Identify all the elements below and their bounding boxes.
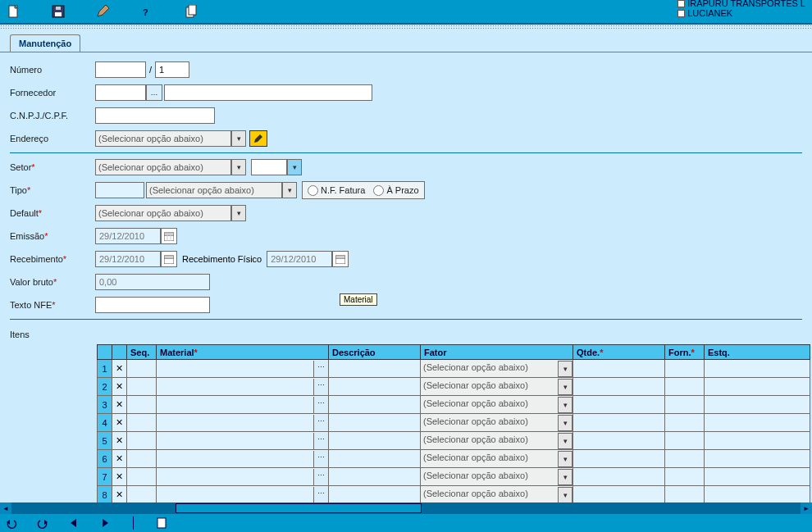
tipo-dropdown-button[interactable] (282, 182, 297, 198)
descricao-input[interactable] (329, 433, 420, 449)
material-input[interactable] (157, 361, 313, 377)
rownum-cell[interactable]: 8 (98, 486, 112, 504)
estq-input[interactable] (705, 469, 810, 485)
scroll-track[interactable] (11, 502, 801, 514)
fator-select[interactable]: (Selecionar opção abaixo) (421, 415, 573, 431)
descricao-input[interactable] (329, 469, 420, 485)
rownum-cell[interactable]: 2 (98, 378, 112, 396)
seq-input[interactable] (127, 379, 156, 395)
forn-input[interactable] (665, 433, 704, 449)
material-lookup-button[interactable]: … (313, 487, 328, 503)
help-icon[interactable]: ? (139, 4, 154, 19)
delete-row-button[interactable]: ✕ (112, 450, 127, 468)
fator-dropdown-button[interactable] (558, 433, 573, 449)
fornecedor-code-input[interactable] (95, 84, 146, 101)
material-input[interactable] (157, 379, 313, 395)
material-lookup-button[interactable]: … (313, 361, 328, 377)
estq-input[interactable] (705, 379, 810, 395)
material-lookup-button[interactable]: … (313, 379, 328, 395)
fator-select[interactable]: (Selecionar opção abaixo) (421, 361, 573, 377)
seq-input[interactable] (127, 487, 156, 503)
fator-select[interactable]: (Selecionar opção abaixo) (421, 397, 573, 413)
descricao-input[interactable] (329, 361, 420, 377)
forn-input[interactable] (665, 487, 704, 503)
forn-input[interactable] (665, 379, 704, 395)
forn-input[interactable] (665, 397, 704, 413)
descricao-input[interactable] (329, 379, 420, 395)
material-lookup-button[interactable]: … (313, 433, 328, 449)
material-input[interactable] (157, 487, 313, 503)
fornecedor-name-input[interactable] (164, 84, 372, 101)
rownum-cell[interactable]: 5 (98, 432, 112, 450)
setor-extra-input[interactable] (251, 159, 287, 175)
emissao-input[interactable] (95, 228, 161, 244)
fator-dropdown-button[interactable] (558, 487, 573, 503)
copy-icon[interactable] (184, 4, 198, 19)
seq-input[interactable] (127, 469, 156, 485)
material-lookup-button[interactable]: … (313, 415, 328, 431)
endereco-edit-button[interactable] (249, 130, 267, 147)
tab-manutencao[interactable]: Manutenção (10, 34, 80, 52)
fator-dropdown-button[interactable] (558, 451, 573, 467)
fator-dropdown-button[interactable] (558, 469, 573, 485)
tipo-select[interactable]: (Selecionar opção abaixo) (146, 182, 282, 198)
scroll-right-arrow-icon[interactable]: ► (801, 502, 812, 514)
setor-dropdown-button[interactable] (231, 159, 246, 175)
cnpj-input[interactable] (95, 107, 215, 124)
rownum-cell[interactable]: 7 (98, 468, 112, 486)
radio-nf-fatura[interactable]: N.F. Fatura (308, 185, 365, 196)
descricao-input[interactable] (329, 415, 420, 431)
qtde-input[interactable] (573, 415, 664, 431)
fornecedor-lookup-button[interactable]: … (146, 84, 162, 101)
seq-input[interactable] (127, 451, 156, 467)
material-lookup-button[interactable]: … (313, 397, 328, 413)
estq-input[interactable] (705, 397, 810, 413)
fator-dropdown-button[interactable] (558, 361, 573, 377)
recebimento-input[interactable] (95, 251, 161, 267)
fator-select[interactable]: (Selecionar opção abaixo) (421, 451, 573, 467)
estq-input[interactable] (705, 415, 810, 431)
radio-a-prazo[interactable]: À Prazo (373, 185, 418, 196)
next-icon[interactable] (98, 516, 112, 530)
fator-select[interactable]: (Selecionar opção abaixo) (421, 379, 573, 395)
setor-extra-dropdown-button[interactable] (287, 159, 302, 175)
estq-input[interactable] (705, 487, 810, 503)
edit-icon[interactable] (95, 4, 110, 19)
material-input[interactable] (157, 469, 313, 485)
estq-input[interactable] (705, 361, 810, 377)
rownum-cell[interactable]: 3 (98, 396, 112, 414)
seq-input[interactable] (127, 433, 156, 449)
fator-select[interactable]: (Selecionar opção abaixo) (421, 433, 573, 449)
qtde-input[interactable] (573, 469, 664, 485)
descricao-input[interactable] (329, 397, 420, 413)
qtde-input[interactable] (573, 379, 664, 395)
seq-input[interactable] (127, 397, 156, 413)
material-input[interactable] (157, 451, 313, 467)
delete-row-button[interactable]: ✕ (112, 378, 127, 396)
delete-row-button[interactable]: ✕ (112, 486, 127, 504)
delete-row-button[interactable]: ✕ (112, 360, 127, 378)
setor-select[interactable]: (Selecionar opção abaixo) (95, 159, 231, 175)
h-scrollbar[interactable]: ◄ ► (0, 502, 812, 514)
tipo-code-input[interactable] (95, 182, 144, 198)
save-icon[interactable] (51, 4, 66, 19)
rownum-cell[interactable]: 4 (98, 414, 112, 432)
material-input[interactable] (157, 433, 313, 449)
material-lookup-button[interactable]: … (313, 451, 328, 467)
fator-dropdown-button[interactable] (558, 415, 573, 431)
scroll-thumb[interactable] (176, 503, 422, 513)
new-icon[interactable] (7, 4, 21, 19)
forn-input[interactable] (665, 415, 704, 431)
forn-input[interactable] (665, 451, 704, 467)
default-select[interactable]: (Selecionar opção abaixo) (95, 205, 231, 221)
endereco-dropdown-button[interactable] (231, 130, 246, 147)
descricao-input[interactable] (329, 487, 420, 503)
estq-input[interactable] (705, 451, 810, 467)
endereco-select[interactable]: (Selecionar opção abaixo) (95, 130, 231, 147)
fator-dropdown-button[interactable] (558, 379, 573, 395)
valorbruto-input[interactable] (95, 274, 210, 290)
fator-select[interactable]: (Selecionar opção abaixo) (421, 487, 573, 503)
rownum-cell[interactable]: 6 (98, 450, 112, 468)
seq-input[interactable] (127, 361, 156, 377)
redo-icon[interactable] (36, 516, 49, 530)
